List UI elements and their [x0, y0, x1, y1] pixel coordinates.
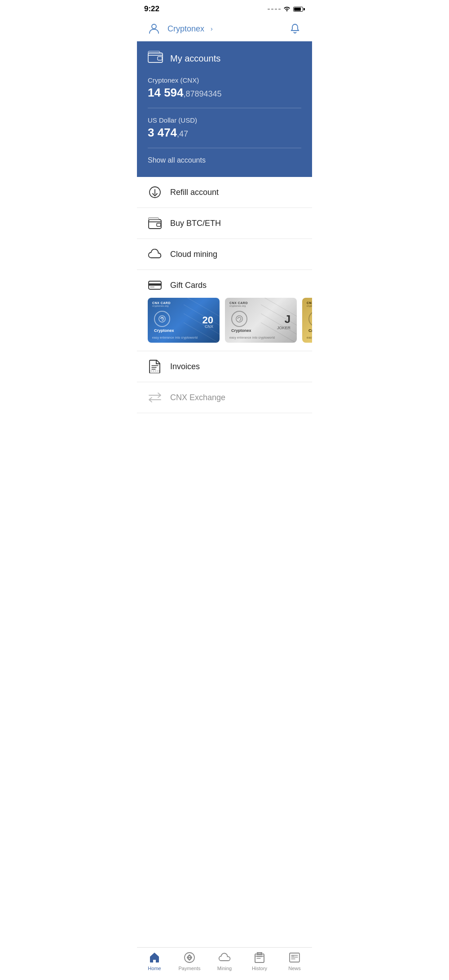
svg-rect-20 — [291, 955, 294, 957]
gift-cards-header[interactable]: Gift Cards — [137, 270, 312, 298]
brand-arrow: › — [211, 25, 213, 32]
account-divider-1 — [148, 108, 301, 108]
svg-rect-4 — [149, 220, 161, 229]
svg-rect-18 — [261, 953, 262, 955]
tab-label-history: History — [252, 966, 267, 971]
menu-item-cnx-exchange[interactable]: CNX Exchange — [137, 382, 312, 413]
battery-icon — [293, 7, 305, 12]
accounts-banner: My accounts Cryptonex (CNX) 14 594,87894… — [137, 41, 312, 177]
credit-card-icon — [148, 278, 162, 292]
usd-balance-main: 3 474 — [148, 126, 177, 139]
bottom-tabs: Home Payments Mining — [137, 947, 312, 980]
tab-history[interactable]: History — [242, 951, 277, 971]
status-time: 9:22 — [144, 4, 159, 13]
home-icon — [148, 951, 161, 964]
gift-cards-section: Gift Cards CNX CARD cryptonex.org — [137, 270, 312, 351]
cnx-balance-decimal: ,87894345 — [184, 89, 222, 98]
usd-account: US Dollar (USD) 3 474,47 — [148, 116, 301, 140]
news-icon — [288, 951, 301, 964]
signal-icon — [268, 9, 281, 10]
payments-icon — [183, 951, 196, 964]
menu-item-invoices[interactable]: Invoices — [137, 351, 312, 382]
menu-label-gift-cards: Gift Cards — [170, 281, 207, 290]
usd-balance-decimal: ,47 — [177, 129, 188, 138]
wallet2-icon — [148, 216, 162, 230]
wallet-icon — [148, 50, 164, 66]
history-icon — [253, 951, 266, 964]
svg-rect-5 — [157, 223, 161, 226]
svg-rect-17 — [257, 953, 258, 955]
menu-label-refill: Refill account — [170, 188, 219, 197]
cnx-account-name: Cryptonex (CNX) — [148, 76, 301, 84]
gift-cards-scroll[interactable]: CNX CARD cryptonex.org — [137, 298, 312, 351]
tab-label-home: Home — [148, 966, 161, 971]
cnx-account: Cryptonex (CNX) 14 594,87894345 — [148, 76, 301, 100]
menu-label-cloud-mining: Cloud mining — [170, 250, 217, 259]
wifi-icon — [283, 5, 291, 13]
status-bar: 9:22 — [137, 0, 312, 16]
user-icon[interactable] — [146, 21, 162, 37]
mining-cloud-icon — [218, 951, 231, 964]
svg-rect-7 — [149, 283, 161, 286]
tab-payments[interactable]: Payments — [172, 951, 207, 971]
svg-rect-19 — [290, 953, 299, 962]
menu-label-buy-btc: Buy BTC/ETH — [170, 219, 221, 228]
usd-account-name: US Dollar (USD) — [148, 116, 301, 124]
gift-card-gold[interactable]: CNX CARD cryptonex.org — [302, 298, 312, 343]
notification-bell-icon[interactable] — [287, 21, 303, 37]
menu-item-cloud-mining[interactable]: Cloud mining — [137, 239, 312, 270]
svg-rect-1 — [148, 53, 163, 62]
show-all-accounts-link[interactable]: Show all accounts — [148, 156, 301, 164]
brand-name[interactable]: Cryptonex — [167, 24, 204, 34]
tab-mining[interactable]: Mining — [207, 951, 242, 971]
download-icon — [148, 185, 162, 199]
menu-label-invoices: Invoices — [170, 362, 200, 371]
bottom-spacer — [137, 413, 312, 454]
gift-card-joker[interactable]: CNX CARD cryptonex.org — [225, 298, 297, 343]
menu-item-buy-btc[interactable]: Buy BTC/ETH — [137, 208, 312, 239]
cloud-icon — [148, 247, 162, 261]
tab-home[interactable]: Home — [137, 951, 172, 971]
cnx-balance-main: 14 594 — [148, 86, 184, 99]
account-divider-2 — [148, 148, 301, 148]
svg-point-0 — [152, 24, 156, 29]
svg-rect-8 — [150, 287, 154, 287]
accounts-header: My accounts — [148, 50, 301, 66]
tab-label-payments: Payments — [179, 966, 201, 971]
menu-item-refill[interactable]: Refill account — [137, 177, 312, 208]
gift-card-blue[interactable]: CNX CARD cryptonex.org — [148, 298, 220, 343]
tab-label-news: News — [288, 966, 301, 971]
cnx-balance: 14 594,87894345 — [148, 86, 301, 100]
invoice-icon — [148, 359, 162, 374]
svg-rect-2 — [158, 57, 162, 60]
nav-left[interactable]: Cryptonex › — [146, 21, 213, 37]
accounts-title: My accounts — [170, 53, 220, 64]
usd-balance: 3 474,47 — [148, 126, 301, 140]
top-nav: Cryptonex › — [137, 16, 312, 41]
menu-label-cnx-exchange: CNX Exchange — [170, 393, 225, 402]
tab-news[interactable]: News — [277, 951, 312, 971]
tab-label-mining: Mining — [217, 966, 232, 971]
status-icons — [268, 5, 305, 13]
svg-point-10 — [236, 315, 242, 322]
exchange-icon — [148, 390, 162, 405]
menu-list: Refill account Buy BTC/ETH Cloud mining — [137, 177, 312, 413]
